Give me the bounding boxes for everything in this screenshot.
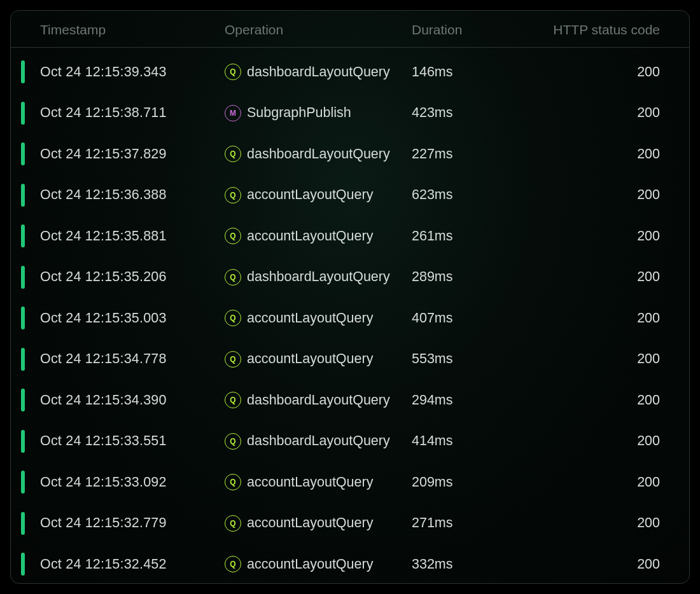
cell-operation: QaccountLayoutQuery bbox=[225, 474, 412, 490]
cell-status: 200 bbox=[514, 474, 660, 490]
cell-timestamp: Oct 24 12:15:39.343 bbox=[40, 64, 225, 80]
cell-duration: 289ms bbox=[412, 269, 514, 285]
status-indicator bbox=[21, 430, 25, 453]
cell-timestamp: Oct 24 12:15:35.003 bbox=[40, 310, 225, 326]
table-row[interactable]: Oct 24 12:15:34.390QdashboardLayoutQuery… bbox=[11, 380, 689, 421]
query-icon: Q bbox=[225, 228, 241, 244]
cell-status: 200 bbox=[514, 392, 660, 408]
query-icon: Q bbox=[225, 310, 241, 326]
status-indicator bbox=[21, 553, 25, 576]
cell-operation: QdashboardLayoutQuery bbox=[225, 269, 412, 286]
cell-timestamp: Oct 24 12:15:32.779 bbox=[40, 515, 225, 531]
query-icon: Q bbox=[225, 351, 241, 368]
status-indicator bbox=[21, 389, 25, 411]
query-icon: Q bbox=[225, 433, 241, 450]
cell-timestamp: Oct 24 12:15:38.711 bbox=[40, 105, 225, 121]
query-icon: Q bbox=[225, 556, 241, 572]
status-indicator bbox=[21, 512, 25, 535]
operation-name: dashboardLayoutQuery bbox=[247, 269, 390, 285]
table-row[interactable]: Oct 24 12:15:38.711MSubgraphPublish423ms… bbox=[11, 93, 689, 134]
cell-duration: 209ms bbox=[412, 474, 514, 490]
header-duration[interactable]: Duration bbox=[412, 22, 514, 38]
cell-status: 200 bbox=[514, 310, 660, 326]
table-row[interactable]: Oct 24 12:15:33.092QaccountLayoutQuery20… bbox=[11, 462, 689, 503]
cell-status: 200 bbox=[514, 433, 660, 449]
operation-name: dashboardLayoutQuery bbox=[247, 64, 390, 80]
cell-status: 200 bbox=[514, 269, 660, 285]
table-row[interactable]: Oct 24 12:15:33.551QdashboardLayoutQuery… bbox=[11, 421, 689, 462]
cell-duration: 271ms bbox=[412, 515, 514, 531]
cell-duration: 423ms bbox=[412, 105, 514, 121]
header-timestamp[interactable]: Timestamp bbox=[40, 22, 225, 38]
cell-operation: QdashboardLayoutQuery bbox=[225, 64, 412, 80]
table-row[interactable]: Oct 24 12:15:35.206QdashboardLayoutQuery… bbox=[11, 257, 689, 298]
cell-duration: 553ms bbox=[412, 351, 514, 367]
header-operation[interactable]: Operation bbox=[225, 22, 412, 38]
status-indicator bbox=[21, 224, 25, 247]
query-icon: Q bbox=[225, 392, 241, 408]
operation-name: accountLayoutQuery bbox=[247, 474, 373, 490]
table-row[interactable]: Oct 24 12:15:35.003QaccountLayoutQuery40… bbox=[11, 298, 689, 339]
query-icon: Q bbox=[225, 146, 241, 162]
status-indicator bbox=[21, 348, 25, 371]
cell-duration: 414ms bbox=[412, 433, 514, 449]
cell-status: 200 bbox=[514, 556, 660, 572]
cell-status: 200 bbox=[514, 146, 660, 162]
operation-name: dashboardLayoutQuery bbox=[247, 433, 390, 449]
status-indicator bbox=[21, 471, 25, 494]
table-body: Oct 24 12:15:39.343QdashboardLayoutQuery… bbox=[11, 48, 689, 584]
cell-status: 200 bbox=[514, 515, 660, 531]
table-row[interactable]: Oct 24 12:15:35.881QaccountLayoutQuery26… bbox=[11, 216, 689, 257]
operation-name: accountLayoutQuery bbox=[247, 351, 373, 367]
status-indicator bbox=[21, 184, 25, 207]
cell-status: 200 bbox=[514, 228, 660, 244]
table-row[interactable]: Oct 24 12:15:34.778QaccountLayoutQuery55… bbox=[11, 339, 689, 380]
cell-operation: QaccountLayoutQuery bbox=[225, 228, 412, 244]
cell-operation: QaccountLayoutQuery bbox=[225, 351, 412, 368]
cell-duration: 227ms bbox=[412, 146, 514, 162]
log-table-panel: Timestamp Operation Duration HTTP status… bbox=[10, 10, 690, 584]
operation-name: dashboardLayoutQuery bbox=[247, 392, 390, 408]
status-indicator bbox=[21, 102, 25, 125]
operation-name: accountLayoutQuery bbox=[247, 228, 373, 244]
cell-status: 200 bbox=[514, 351, 660, 367]
cell-duration: 623ms bbox=[412, 187, 514, 203]
cell-status: 200 bbox=[514, 187, 660, 203]
query-icon: Q bbox=[225, 64, 241, 80]
operation-name: accountLayoutQuery bbox=[247, 310, 373, 326]
header-status[interactable]: HTTP status code bbox=[514, 22, 660, 38]
table-row[interactable]: Oct 24 12:15:39.343QdashboardLayoutQuery… bbox=[11, 52, 689, 93]
cell-duration: 261ms bbox=[412, 228, 514, 244]
query-icon: Q bbox=[225, 187, 241, 204]
cell-operation: QaccountLayoutQuery bbox=[225, 515, 412, 532]
status-indicator bbox=[21, 142, 25, 165]
operation-name: dashboardLayoutQuery bbox=[247, 146, 390, 162]
cell-timestamp: Oct 24 12:15:33.092 bbox=[40, 474, 225, 490]
table-row[interactable]: Oct 24 12:15:32.779QaccountLayoutQuery27… bbox=[11, 503, 689, 544]
cell-operation: QaccountLayoutQuery bbox=[225, 310, 412, 326]
cell-status: 200 bbox=[514, 105, 660, 121]
query-icon: Q bbox=[225, 515, 241, 532]
cell-timestamp: Oct 24 12:15:35.206 bbox=[40, 269, 225, 285]
cell-timestamp: Oct 24 12:15:35.881 bbox=[40, 228, 225, 244]
operation-name: accountLayoutQuery bbox=[247, 187, 373, 203]
cell-duration: 407ms bbox=[412, 310, 514, 326]
cell-operation: QaccountLayoutQuery bbox=[225, 556, 412, 572]
query-icon: Q bbox=[225, 269, 241, 286]
cell-duration: 332ms bbox=[412, 556, 514, 572]
cell-timestamp: Oct 24 12:15:36.388 bbox=[40, 187, 225, 203]
status-indicator bbox=[21, 266, 25, 289]
cell-duration: 146ms bbox=[412, 64, 514, 80]
cell-operation: QdashboardLayoutQuery bbox=[225, 392, 412, 408]
cell-operation: QaccountLayoutQuery bbox=[225, 187, 412, 204]
cell-operation: MSubgraphPublish bbox=[225, 105, 412, 121]
operation-name: SubgraphPublish bbox=[247, 105, 351, 121]
status-indicator bbox=[21, 307, 25, 329]
table-row[interactable]: Oct 24 12:15:37.829QdashboardLayoutQuery… bbox=[11, 134, 689, 175]
cell-timestamp: Oct 24 12:15:33.551 bbox=[40, 433, 225, 449]
cell-operation: QdashboardLayoutQuery bbox=[225, 433, 412, 450]
cell-timestamp: Oct 24 12:15:34.390 bbox=[40, 392, 225, 408]
cell-timestamp: Oct 24 12:15:37.829 bbox=[40, 146, 225, 162]
table-row[interactable]: Oct 24 12:15:36.388QaccountLayoutQuery62… bbox=[11, 175, 689, 216]
table-row[interactable]: Oct 24 12:15:32.452QaccountLayoutQuery33… bbox=[11, 544, 689, 584]
